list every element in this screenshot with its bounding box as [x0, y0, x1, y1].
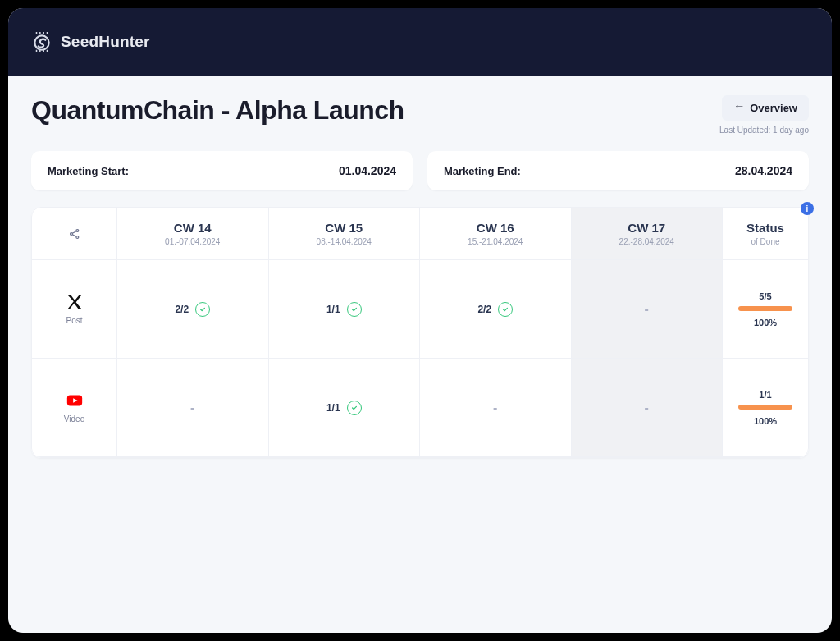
marketing-start-label: Marketing Start: — [48, 165, 129, 177]
cell-count: 2/2 — [477, 304, 491, 315]
week-title: CW 17 — [628, 221, 665, 235]
schedule-cell[interactable]: 1/1 — [269, 260, 421, 359]
week-column-header: CW 1508.-14.04.2024 — [269, 208, 421, 260]
svg-point-1 — [70, 232, 72, 235]
svg-point-3 — [75, 236, 78, 238]
marketing-end-card: Marketing End: 28.04.2024 — [427, 151, 809, 190]
week-title: CW 15 — [325, 221, 363, 235]
overview-button-label: Overview — [750, 102, 797, 114]
schedule-cell[interactable]: 2/2 — [420, 260, 572, 359]
status-title: Status — [746, 221, 784, 235]
app-window: SeedHunter QuantumChain - Alpha Launch O… — [8, 8, 832, 633]
check-icon — [498, 302, 513, 317]
cell-value: 2/2 — [175, 302, 210, 317]
marketing-end-label: Marketing End: — [444, 165, 521, 177]
status-subtitle: of Done — [751, 237, 779, 246]
empty-value: - — [645, 302, 649, 317]
page-title: QuantumChain - Alpha Launch — [31, 95, 404, 126]
cell-value: 1/1 — [326, 401, 362, 415]
status-count: 1/1 — [759, 390, 771, 400]
schedule-table: i CW 1401.-07.04.2024CW 1508.-14.04.2024… — [31, 207, 809, 458]
cell-value: 1/1 — [326, 302, 362, 317]
cell-count: 2/2 — [175, 304, 189, 315]
cell-count: 1/1 — [326, 402, 340, 414]
row-label: Post — [66, 316, 82, 325]
schedule-cell[interactable]: - — [117, 359, 269, 457]
brand-icon — [31, 31, 52, 53]
schedule-grid: CW 1401.-07.04.2024CW 1508.-14.04.2024CW… — [31, 207, 809, 458]
week-range: 08.-14.04.2024 — [317, 237, 372, 246]
empty-value: - — [645, 401, 649, 415]
schedule-cell[interactable]: 1/1 — [269, 359, 421, 457]
check-icon — [347, 401, 362, 415]
week-title: CW 16 — [477, 221, 514, 235]
week-column-header: CW 1401.-07.04.2024 — [117, 208, 269, 260]
marketing-start-value: 01.04.2024 — [339, 164, 396, 177]
status-percent: 100% — [754, 416, 777, 426]
empty-value: - — [493, 401, 497, 415]
status-column-header: Statusof Done — [723, 208, 808, 260]
row-header: Post — [32, 260, 117, 359]
marketing-end-value: 28.04.2024 — [735, 164, 792, 177]
arrow-left-icon — [733, 105, 745, 112]
schedule-cell[interactable]: - — [420, 359, 572, 457]
share-icon — [68, 227, 81, 240]
title-right: Overview Last Updated: 1 day ago — [719, 95, 809, 135]
schedule-cell[interactable]: - — [572, 260, 724, 359]
content-area: QuantumChain - Alpha Launch Overview Las… — [8, 76, 832, 633]
row-label: Video — [64, 414, 84, 424]
status-percent: 100% — [754, 318, 777, 327]
cell-value: 2/2 — [477, 302, 513, 317]
marketing-start-card: Marketing Start: 01.04.2024 — [31, 151, 413, 190]
week-column-header: CW 1615.-21.04.2024 — [420, 208, 572, 260]
progress-bar — [738, 405, 792, 410]
progress-bar — [738, 306, 792, 311]
week-range: 22.-28.04.2024 — [619, 237, 674, 246]
cell-count: 1/1 — [326, 304, 340, 315]
status-cell: 5/5100% — [723, 260, 808, 359]
schedule-cell[interactable]: 2/2 — [117, 260, 269, 359]
x-post-icon — [66, 293, 84, 311]
schedule-cell[interactable]: - — [572, 359, 724, 457]
week-range: 01.-07.04.2024 — [165, 237, 220, 246]
empty-value: - — [190, 401, 194, 415]
status-cell: 1/1100% — [723, 359, 808, 457]
row-header: Video — [32, 359, 117, 457]
youtube-icon — [66, 391, 84, 410]
overview-button[interactable]: Overview — [722, 95, 809, 121]
svg-point-2 — [75, 229, 78, 231]
brand: SeedHunter — [31, 31, 150, 53]
top-bar: SeedHunter — [8, 8, 832, 76]
week-column-header: CW 1722.-28.04.2024 — [572, 208, 724, 260]
status-count: 5/5 — [759, 291, 771, 301]
title-row: QuantumChain - Alpha Launch Overview Las… — [31, 95, 809, 135]
check-icon — [347, 302, 362, 317]
last-updated: Last Updated: 1 day ago — [719, 126, 809, 135]
check-icon — [195, 302, 210, 317]
brand-name: SeedHunter — [61, 33, 150, 51]
week-range: 15.-21.04.2024 — [468, 237, 523, 246]
info-icon[interactable]: i — [801, 202, 814, 215]
share-column-header — [32, 208, 117, 260]
info-cards: Marketing Start: 01.04.2024 Marketing En… — [31, 151, 809, 190]
week-title: CW 14 — [174, 221, 212, 235]
